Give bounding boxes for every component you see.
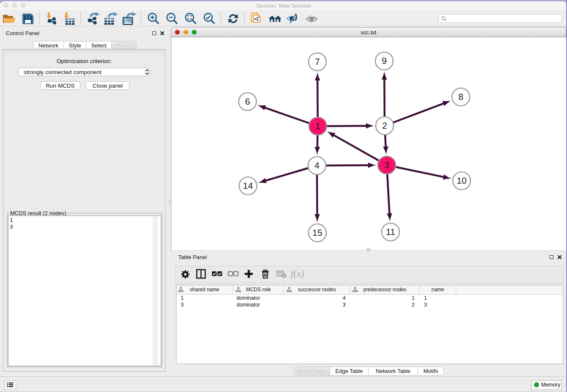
svg-text:6: 6 bbox=[245, 97, 250, 107]
svg-text:10: 10 bbox=[457, 176, 466, 186]
svg-text:7: 7 bbox=[315, 57, 320, 67]
svg-text:15: 15 bbox=[312, 228, 322, 238]
svg-text:9: 9 bbox=[382, 56, 387, 66]
svg-text:4: 4 bbox=[314, 161, 319, 171]
svg-text:3: 3 bbox=[384, 160, 389, 170]
svg-text:11: 11 bbox=[386, 227, 395, 237]
svg-text:8: 8 bbox=[458, 92, 463, 102]
svg-text:2: 2 bbox=[382, 121, 387, 131]
svg-text:14: 14 bbox=[243, 181, 253, 191]
svg-text:1: 1 bbox=[315, 121, 320, 131]
